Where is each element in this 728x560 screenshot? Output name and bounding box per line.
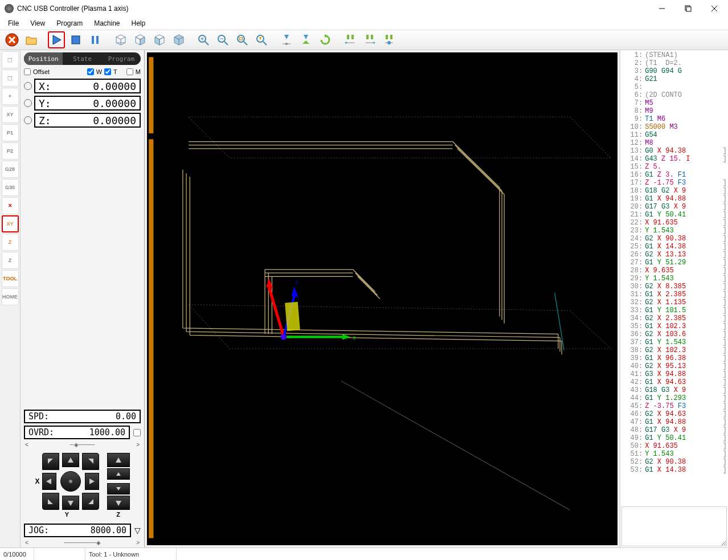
- 3d-viewport[interactable]: x z: [145, 50, 620, 547]
- gcode-line[interactable]: 45:Z -3.75 F3]: [621, 402, 727, 410]
- tab-state[interactable]: State: [63, 52, 101, 65]
- gcode-line[interactable]: 18:G18 G2 X 9]: [621, 187, 727, 195]
- jog-sw[interactable]: [42, 493, 59, 510]
- gcode-line[interactable]: 10:S5000 M3: [621, 123, 727, 131]
- x-radio[interactable]: [24, 82, 32, 90]
- gcode-line[interactable]: 14:G43 Z 15. I]: [621, 155, 727, 163]
- gcode-line[interactable]: 49:G1 Y 50.41]: [621, 434, 727, 442]
- menu-machine[interactable]: Machine: [89, 18, 124, 28]
- jog-z-plus-fine[interactable]: [107, 468, 130, 480]
- rail-btn-p1[interactable]: P1: [2, 124, 19, 141]
- gcode-line[interactable]: 6:(2D CONTO: [621, 91, 727, 99]
- gcode-line[interactable]: 19:G1 X 94.88]: [621, 195, 727, 203]
- jog-z-minus-fine[interactable]: [107, 483, 130, 494]
- rail-btn-2[interactable]: ⬚: [2, 70, 19, 87]
- gcode-line[interactable]: 26:G2 X 13.13]: [621, 251, 727, 259]
- rail-btn-plus[interactable]: +: [2, 88, 19, 105]
- gcode-line[interactable]: 5:: [621, 83, 727, 91]
- gcode-line[interactable]: 47:G1 X 94.88]: [621, 418, 727, 426]
- jog-y-minus[interactable]: [62, 496, 79, 510]
- gcode-hscroll[interactable]: [620, 496, 728, 505]
- gcode-line[interactable]: 33:G1 Y 101.5]: [621, 306, 727, 314]
- jog-z-plus[interactable]: [107, 453, 130, 467]
- tool-2-button[interactable]: [361, 31, 378, 48]
- y-radio[interactable]: [24, 99, 32, 107]
- gcode-line[interactable]: 9:T1 M6: [621, 115, 727, 123]
- gcode-line[interactable]: 37:G1 Y 1.543]: [621, 338, 727, 346]
- gcode-line[interactable]: 25:G1 X 14.38]: [621, 243, 727, 251]
- jog-z-minus[interactable]: [107, 496, 130, 510]
- rail-btn-1[interactable]: ⬚: [2, 51, 19, 68]
- view-front-button[interactable]: [150, 31, 167, 48]
- gcode-line[interactable]: 15:Z 5.: [621, 163, 727, 171]
- jog-slider[interactable]: <────────◈>: [24, 539, 141, 545]
- rail-btn-p2[interactable]: P2: [2, 142, 19, 160]
- minimize-button[interactable]: [649, 1, 674, 17]
- z-radio[interactable]: [24, 116, 32, 124]
- gcode-line[interactable]: 16:G1 Z 3. F1: [621, 171, 727, 179]
- menu-file[interactable]: File: [3, 18, 23, 28]
- gcode-line[interactable]: 48:G17 G3 X 9]: [621, 426, 727, 434]
- cycle-button[interactable]: [317, 31, 334, 48]
- menu-help[interactable]: Help: [127, 18, 150, 28]
- gcode-line[interactable]: 4:G21: [621, 75, 727, 83]
- rail-btn-z-home[interactable]: Z: [2, 234, 19, 251]
- gcode-line[interactable]: 21:G1 Y 50.41]: [621, 211, 727, 219]
- ovrd-checkbox[interactable]: [133, 429, 141, 436]
- rail-btn-x[interactable]: ✕: [2, 197, 19, 214]
- gcode-line[interactable]: 51:Y 1.543]: [621, 450, 727, 458]
- gcode-line[interactable]: 17:Z -1.75 F3]: [621, 179, 727, 187]
- gcode-line[interactable]: 8:M9: [621, 107, 727, 115]
- gcode-line[interactable]: 13:G0 X 94.38]: [621, 147, 727, 155]
- gcode-line[interactable]: 1:(STENA1): [621, 51, 727, 59]
- gcode-line[interactable]: 50:X 91.635]: [621, 442, 727, 450]
- view-iso-button[interactable]: [170, 31, 187, 48]
- gcode-line[interactable]: 38:G2 X 102.3]: [621, 346, 727, 354]
- tool-3-button[interactable]: [381, 31, 398, 48]
- jog-ne[interactable]: [82, 453, 99, 470]
- gcode-line[interactable]: 32:G2 X 1.135]: [621, 299, 727, 306]
- tool-1-button[interactable]: [342, 31, 359, 48]
- tab-position[interactable]: Position: [24, 52, 63, 65]
- gcode-line[interactable]: 31:G1 X 2.385]: [621, 291, 727, 299]
- gcode-line[interactable]: 30:G2 X 8.385]: [621, 283, 727, 291]
- gcode-line[interactable]: 12:M8: [621, 139, 727, 147]
- gcode-line[interactable]: 22:X 91.635]: [621, 219, 727, 227]
- view-side-button[interactable]: [131, 31, 148, 48]
- jog-y-plus[interactable]: [62, 453, 79, 467]
- gcode-line[interactable]: 40:G2 X 95.13]: [621, 362, 727, 370]
- play-button[interactable]: [48, 31, 65, 48]
- gcode-line[interactable]: 36:G2 X 103.6]: [621, 330, 727, 338]
- gcode-line[interactable]: 23:Y 1.543]: [621, 227, 727, 235]
- jog-nw[interactable]: [42, 453, 59, 470]
- coord-z[interactable]: Z:0.00000: [34, 113, 141, 128]
- open-button[interactable]: [23, 31, 40, 48]
- jog-x-plus[interactable]: [85, 473, 99, 490]
- rail-btn-g30[interactable]: G30: [2, 179, 19, 196]
- gcode-line[interactable]: 41:G3 X 94.88]: [621, 370, 727, 378]
- gcode-line[interactable]: 20:G17 G3 X 9]: [621, 203, 727, 211]
- zoom-in-button[interactable]: [195, 31, 212, 48]
- maximize-button[interactable]: [676, 1, 701, 17]
- rail-btn-tool[interactable]: TOOL: [2, 270, 19, 287]
- gcode-line[interactable]: 35:G1 X 102.3]: [621, 322, 727, 330]
- rail-btn-home[interactable]: HOME: [2, 288, 19, 305]
- view-top-button[interactable]: [112, 31, 129, 48]
- gcode-line[interactable]: 42:G1 X 94.63]: [621, 378, 727, 386]
- jog-se[interactable]: [82, 493, 99, 510]
- menu-view[interactable]: View: [26, 18, 50, 28]
- gcode-list[interactable]: 1:(STENA1)2:(T1 D=2.3:G90 G94 G4:G215:6:…: [620, 50, 728, 496]
- rail-btn-xy-home[interactable]: XY: [2, 215, 19, 232]
- gcode-line[interactable]: 24:G2 X 90.38]: [621, 235, 727, 243]
- rail-btn-g28[interactable]: G28: [2, 161, 19, 178]
- jog-x-minus[interactable]: [42, 473, 56, 490]
- zoom-fit-button[interactable]: [234, 31, 251, 48]
- gcode-line[interactable]: 43:G18 G3 X 9]: [621, 386, 727, 394]
- gcode-line[interactable]: 11:G54: [621, 131, 727, 139]
- stop-button[interactable]: [67, 31, 84, 48]
- zoom-out-button[interactable]: [214, 31, 231, 48]
- ovrd-slider[interactable]: <─◈────>: [24, 442, 141, 447]
- gcode-line[interactable]: 53:G1 X 14.38]: [621, 466, 727, 474]
- gcode-line[interactable]: 29:Y 1.543]: [621, 275, 727, 283]
- offset-checkbox[interactable]: [24, 68, 31, 75]
